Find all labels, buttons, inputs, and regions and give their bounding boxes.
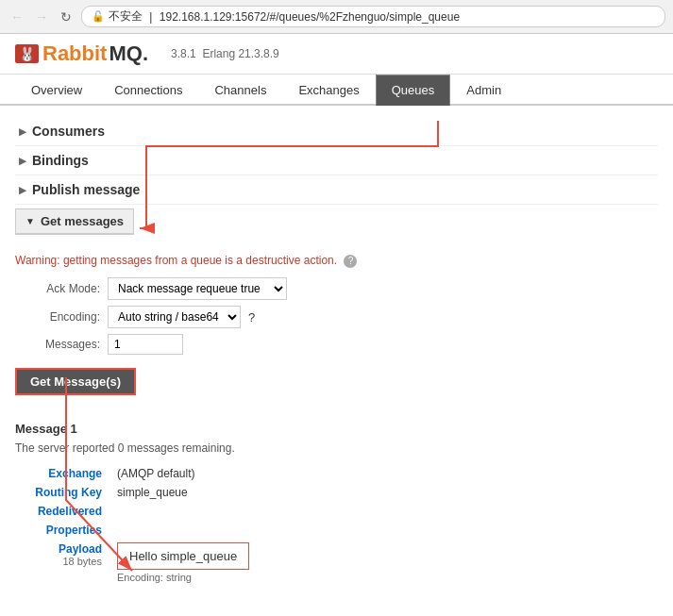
bindings-arrow-icon: ▶ bbox=[19, 156, 26, 166]
nav-connections[interactable]: Connections bbox=[98, 75, 198, 106]
security-label: 不安全 bbox=[109, 8, 143, 25]
result-title: Message 1 bbox=[15, 422, 658, 436]
url-text: 192.168.1.129:15672/#/queues/%2Fzhenguo/… bbox=[160, 10, 460, 24]
payload-size: 18 bytes bbox=[23, 556, 102, 567]
exchange-value: (AMQP default) bbox=[109, 464, 658, 483]
reload-button[interactable]: ↻ bbox=[57, 8, 76, 26]
message-details-table: Exchange (AMQP default) Routing Key simp… bbox=[15, 464, 658, 586]
browser-bar: ← → ↻ 🔓 不安全 | 192.168.1.129:15672/#/queu… bbox=[0, 0, 673, 34]
get-messages-arrow-icon: ▼ bbox=[25, 216, 35, 226]
app-header: 🐰 RabbitMQ. 3.8.1 Erlang 21.3.8.9 bbox=[0, 34, 673, 75]
get-messages-button[interactable]: Get Message(s) bbox=[15, 368, 136, 395]
bindings-section-header[interactable]: ▶ Bindings bbox=[15, 146, 658, 175]
messages-input[interactable] bbox=[108, 334, 183, 355]
ack-mode-select[interactable]: Nack message requeue true Nack message r… bbox=[108, 277, 287, 300]
properties-label: Properties bbox=[15, 521, 109, 540]
publish-arrow-icon: ▶ bbox=[19, 185, 26, 195]
encoding-label: Encoding: bbox=[15, 310, 100, 324]
warning-text: Warning: getting messages from a queue i… bbox=[15, 254, 658, 268]
consumers-section-header[interactable]: ▶ Consumers bbox=[15, 117, 658, 146]
forward-button[interactable]: → bbox=[32, 8, 51, 26]
payload-box: Hello simple_queue bbox=[117, 542, 249, 570]
consumers-label: Consumers bbox=[32, 124, 105, 139]
main-nav: Overview Connections Channels Exchanges … bbox=[0, 75, 673, 106]
encoding-help-icon[interactable]: ? bbox=[248, 310, 255, 325]
logo-mq: MQ. bbox=[109, 42, 148, 66]
routing-key-label: Routing Key bbox=[15, 483, 109, 502]
redelivered-value bbox=[109, 502, 658, 521]
payload-label: Payload 18 bytes bbox=[15, 540, 109, 586]
content-area: ▶ Consumers ▶ Bindings ▶ Publish message… bbox=[0, 106, 673, 597]
result-section: Message 1 The server reported 0 messages… bbox=[15, 422, 658, 586]
logo: 🐰 RabbitMQ. bbox=[15, 42, 148, 66]
logo-icon: 🐰 bbox=[15, 44, 39, 63]
payload-value: Hello simple_queue Encoding: string bbox=[109, 540, 658, 586]
nav-queues[interactable]: Queues bbox=[376, 75, 451, 106]
ack-mode-row: Ack Mode: Nack message requeue true Nack… bbox=[15, 277, 658, 300]
table-row: Redelivered bbox=[15, 502, 658, 521]
logo-rabbit: Rabbit bbox=[42, 42, 107, 66]
bindings-label: Bindings bbox=[32, 153, 89, 168]
routing-key-value: simple_queue bbox=[109, 483, 658, 502]
messages-row: Messages: bbox=[15, 334, 658, 355]
publish-label: Publish message bbox=[32, 182, 140, 197]
encoding-row: Encoding: Auto string / base64 base64 ? bbox=[15, 306, 658, 328]
remaining-text: The server reported 0 messages remaining… bbox=[15, 441, 658, 455]
consumers-arrow-icon: ▶ bbox=[19, 126, 26, 137]
nav-overview[interactable]: Overview bbox=[15, 75, 98, 106]
nav-exchanges[interactable]: Exchanges bbox=[282, 75, 375, 106]
back-button[interactable]: ← bbox=[8, 8, 26, 26]
address-bar[interactable]: 🔓 不安全 | 192.168.1.129:15672/#/queues/%2F… bbox=[81, 6, 665, 27]
properties-value bbox=[109, 521, 658, 540]
exchange-label: Exchange bbox=[15, 464, 109, 483]
ack-mode-label: Ack Mode: bbox=[15, 282, 100, 295]
table-row: Properties bbox=[15, 521, 658, 540]
encoding-select[interactable]: Auto string / base64 base64 bbox=[108, 306, 241, 328]
get-messages-label: Get messages bbox=[41, 214, 124, 228]
publish-section-header[interactable]: ▶ Publish message bbox=[15, 175, 658, 205]
get-messages-form: Warning: getting messages from a queue i… bbox=[15, 244, 658, 412]
warning-help-icon[interactable]: ? bbox=[344, 255, 357, 268]
table-row: Payload 18 bytes Hello simple_queue Enco… bbox=[15, 540, 658, 586]
messages-label: Messages: bbox=[15, 338, 100, 351]
get-messages-section: ▼ Get messages bbox=[15, 208, 134, 235]
version-info: 3.8.1 Erlang 21.3.8.9 bbox=[171, 47, 279, 60]
security-icon: 🔓 bbox=[92, 10, 105, 23]
get-messages-header[interactable]: ▼ Get messages bbox=[16, 209, 133, 234]
table-row: Exchange (AMQP default) bbox=[15, 464, 658, 483]
nav-channels[interactable]: Channels bbox=[198, 75, 282, 106]
nav-admin[interactable]: Admin bbox=[450, 75, 517, 106]
table-row: Routing Key simple_queue bbox=[15, 483, 658, 502]
redelivered-label: Redelivered bbox=[15, 502, 109, 521]
encoding-string-label: Encoding: string bbox=[117, 572, 650, 583]
